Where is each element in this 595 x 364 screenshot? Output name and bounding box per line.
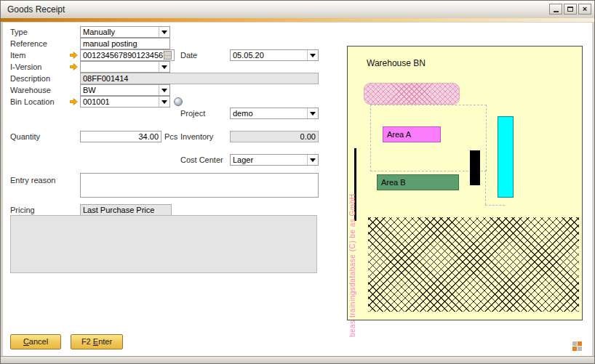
type-label: Type: [10, 26, 28, 38]
warehouse-map-panel: Warehouse BN Area A Area B beas training…: [347, 46, 583, 320]
bin-location-dropdown[interactable]: 001001: [80, 96, 170, 108]
map-watermark: beas trainingsdatabase (C) be as GmbH: [348, 132, 356, 337]
f2-enter-button[interactable]: F2 Enter: [71, 334, 123, 349]
map-hatched-zone-top[interactable]: [364, 83, 460, 105]
window-controls: ×: [549, 4, 591, 15]
entry-reason-input[interactable]: [80, 173, 319, 198]
iversion-label: I-Version: [10, 61, 41, 73]
chevron-down-icon[interactable]: [159, 85, 169, 95]
enter-label-rest: nter: [98, 337, 112, 346]
reference-value: manual posting: [83, 39, 167, 49]
date-label: Date: [180, 49, 197, 61]
project-label: Project: [180, 108, 205, 119]
chevron-down-icon[interactable]: [159, 62, 169, 72]
enter-label-pre: F2: [81, 337, 93, 346]
map-rack-cyan[interactable]: [498, 116, 514, 198]
project-value: demo: [233, 108, 306, 118]
type-value: Manually: [83, 27, 158, 37]
minimize-icon: [554, 11, 559, 12]
chevron-down-icon[interactable]: [307, 50, 318, 60]
bin-location-label: Bin Location: [10, 96, 55, 108]
window-title: Goods Receipt: [7, 4, 65, 15]
link-arrow-icon[interactable]: [70, 98, 78, 105]
chevron-down-icon[interactable]: [159, 97, 169, 107]
date-dropdown[interactable]: 05.05.20: [230, 49, 319, 61]
goods-receipt-window: Goods Receipt × Type Manually Reference …: [0, 0, 595, 364]
warehouse-label: Warehouse: [10, 84, 51, 96]
warehouse-map-title: Warehouse BN: [367, 58, 426, 68]
resize-grip-icon[interactable]: [572, 341, 582, 351]
accent-bar: [1, 18, 594, 22]
dialog-content: Type Manually Reference manual posting I…: [3, 23, 592, 356]
pricing-field: Last Purchase Price: [80, 204, 172, 216]
description-value: 08FF001414: [83, 74, 316, 84]
cost-center-value: Lager: [233, 155, 306, 165]
quantity-label: Quantity: [10, 131, 40, 142]
iversion-dropdown[interactable]: [80, 61, 170, 73]
map-area-a[interactable]: Area A: [383, 126, 441, 142]
minimize-button[interactable]: [549, 4, 562, 15]
map-area-b[interactable]: Area B: [377, 174, 459, 190]
description-field: 08FF001414: [80, 73, 319, 84]
inventory-field: 0.00: [230, 131, 319, 142]
warehouse-value: BW: [83, 85, 158, 95]
map-rack-black[interactable]: [470, 150, 480, 185]
chevron-down-icon[interactable]: [307, 108, 318, 118]
reference-input[interactable]: manual posting: [80, 38, 170, 49]
pricing-label: Pricing: [10, 204, 35, 216]
chevron-down-icon[interactable]: [159, 27, 169, 37]
quantity-value: 34.00: [83, 132, 159, 142]
inventory-value: 0.00: [233, 132, 316, 142]
cancel-label-rest: ancel: [29, 337, 48, 346]
price-detail-panel: [10, 215, 317, 273]
bin-location-value: 001001: [83, 97, 158, 107]
window-titlebar[interactable]: Goods Receipt ×: [1, 1, 594, 18]
reference-label: Reference: [10, 38, 47, 49]
choose-from-list-icon[interactable]: …: [164, 51, 172, 60]
cancel-label-key: C: [23, 337, 29, 346]
chevron-down-icon[interactable]: [307, 155, 318, 165]
cost-center-label: Cost Center: [180, 154, 223, 166]
entry-reason-label: Entry reason: [10, 174, 55, 186]
item-value: 0012345678901234567: [83, 51, 164, 60]
project-dropdown[interactable]: demo: [230, 108, 319, 119]
close-icon: ×: [583, 5, 587, 13]
type-dropdown[interactable]: Manually: [80, 26, 170, 38]
item-label: Item: [10, 49, 25, 61]
inventory-label: Inventory: [180, 131, 213, 142]
pricing-value: Last Purchase Price: [83, 206, 169, 215]
item-input[interactable]: 0012345678901234567 …: [80, 49, 175, 61]
cancel-button[interactable]: Cancel: [10, 334, 61, 349]
quantity-input[interactable]: 34.00: [80, 131, 161, 142]
bin-map-icon[interactable]: [174, 97, 183, 106]
cost-center-dropdown[interactable]: Lager: [230, 154, 319, 166]
map-hatched-zone-bottom[interactable]: [368, 217, 579, 312]
link-arrow-icon[interactable]: [70, 52, 78, 59]
description-label: Description: [10, 73, 50, 84]
warehouse-dropdown[interactable]: BW: [80, 84, 170, 96]
date-value: 05.05.20: [233, 50, 306, 60]
map-dashed-connector-h: [485, 205, 505, 206]
map-dashed-connector-v: [485, 170, 486, 205]
close-button[interactable]: ×: [578, 4, 591, 15]
quantity-unit: Pcs: [164, 131, 177, 142]
link-arrow-icon[interactable]: [70, 63, 78, 70]
maximize-icon: [567, 7, 573, 12]
status-bar: [1, 356, 594, 363]
maximize-button[interactable]: [564, 4, 577, 15]
